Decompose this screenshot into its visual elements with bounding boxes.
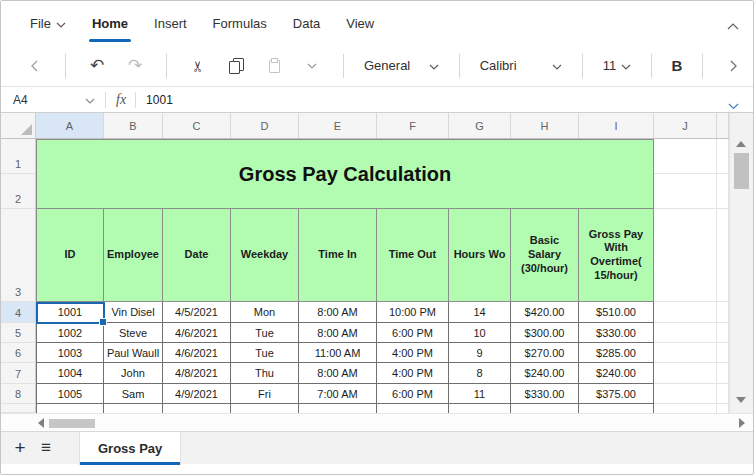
merged-title-cell[interactable]: Gross Pay Calculation [36, 139, 654, 209]
cell-f8[interactable]: 6:00 PM [377, 384, 449, 404]
scroll-down-icon[interactable] [736, 397, 746, 403]
cell-f7[interactable]: 4:00 PM [377, 363, 449, 384]
cell-c4[interactable]: 4/5/2021 [163, 302, 231, 323]
cell-e8[interactable]: 7:00 AM [299, 384, 377, 404]
bold-button[interactable]: B [664, 57, 690, 74]
add-sheet-button[interactable]: + [1, 432, 31, 464]
column-header-d[interactable]: D [231, 113, 299, 138]
paste-icon[interactable] [261, 53, 287, 79]
cell-j2[interactable] [654, 174, 717, 209]
cell-f5[interactable]: 6:00 PM [377, 323, 449, 343]
cell-g8[interactable]: 11 [449, 384, 511, 404]
cell-a7[interactable]: 1004 [36, 363, 104, 384]
horizontal-scrollbar-thumb[interactable] [49, 419, 95, 428]
cell-k4[interactable] [717, 302, 729, 323]
cell-e5[interactable]: 8:00 AM [299, 323, 377, 343]
menu-view[interactable]: View [333, 1, 387, 45]
cell-j9[interactable] [654, 404, 717, 413]
cell-h8[interactable]: $330.00 [511, 384, 579, 404]
cell-k5[interactable] [717, 323, 729, 343]
scroll-right-icon[interactable] [739, 418, 745, 428]
font-size-dropdown[interactable]: 11 [595, 54, 639, 77]
cell-e6[interactable]: 11:00 AM [299, 343, 377, 363]
row-header-7[interactable]: 7 [1, 363, 36, 384]
cell-h4[interactable]: $420.00 [511, 302, 579, 323]
cell-h7[interactable]: $240.00 [511, 363, 579, 384]
table-header-time-out[interactable]: Time Out [377, 209, 449, 302]
cell-j1[interactable] [654, 139, 717, 174]
cell-b4[interactable]: Vin Disel [104, 302, 163, 323]
menu-file[interactable]: File [17, 1, 79, 45]
column-header-f[interactable]: F [377, 113, 449, 138]
row-header-4[interactable]: 4 [1, 302, 36, 323]
ribbon-scroll-left-icon[interactable] [21, 53, 47, 79]
cell-g5[interactable]: 10 [449, 323, 511, 343]
table-header-gross-pay[interactable]: Gross Pay With Overtime( 15/hour) [579, 209, 654, 302]
menu-formulas[interactable]: Formulas [200, 1, 280, 45]
cell-d5[interactable]: Tue [231, 323, 299, 343]
cell-g9[interactable] [449, 404, 511, 413]
cell-i7[interactable]: $240.00 [579, 363, 654, 384]
cell-f4[interactable]: 10:00 PM [377, 302, 449, 323]
cell-a5[interactable]: 1002 [36, 323, 104, 343]
column-header-i[interactable]: I [579, 113, 654, 138]
table-header-basic-salary[interactable]: Basic Salary (30/hour) [511, 209, 579, 302]
cell-e9[interactable] [299, 404, 377, 413]
cell-k9[interactable] [717, 404, 729, 413]
cell-k2[interactable] [717, 174, 729, 209]
table-header-time-in[interactable]: Time In [299, 209, 377, 302]
font-name-dropdown[interactable]: Calibri [472, 54, 570, 77]
formula-input[interactable]: 1001 [146, 93, 173, 107]
scroll-up-icon[interactable] [736, 141, 746, 147]
name-box[interactable]: A4 [1, 87, 105, 112]
row-header-2[interactable]: 2 [1, 174, 36, 209]
menu-insert[interactable]: Insert [141, 1, 200, 45]
sheet-tab-gross-pay[interactable]: Gross Pay [79, 432, 181, 465]
cell-g4[interactable]: 14 [449, 302, 511, 323]
cell-k6[interactable] [717, 343, 729, 363]
column-header-b[interactable]: B [104, 113, 163, 138]
cell-j3[interactable] [654, 209, 717, 302]
cell-d7[interactable]: Thu [231, 363, 299, 384]
row-header-5[interactable]: 5 [1, 323, 36, 343]
ribbon-scroll-right-icon[interactable] [721, 53, 747, 79]
cell-h6[interactable]: $270.00 [511, 343, 579, 363]
cell-j4[interactable] [654, 302, 717, 323]
cell-k3[interactable] [717, 209, 729, 302]
select-all-corner[interactable] [1, 113, 36, 138]
cell-i8[interactable]: $375.00 [579, 384, 654, 404]
cell-k1[interactable] [717, 139, 729, 174]
column-header-e[interactable]: E [299, 113, 377, 138]
table-header-date[interactable]: Date [163, 209, 231, 302]
cell-a6[interactable]: 1003 [36, 343, 104, 363]
collapse-ribbon-icon[interactable] [727, 16, 739, 34]
cell-d8[interactable]: Fri [231, 384, 299, 404]
column-header-a[interactable]: A [36, 113, 104, 138]
fx-icon[interactable]: fx [116, 92, 126, 108]
paste-options-chevron-icon[interactable] [299, 53, 325, 79]
table-header-hours-worked[interactable]: Hours Wo [449, 209, 511, 302]
column-header-c[interactable]: C [163, 113, 231, 138]
cell-e4[interactable]: 8:00 AM [299, 302, 377, 323]
undo-icon[interactable]: ↶ [84, 53, 110, 79]
cell-d9[interactable] [231, 404, 299, 413]
row-header-3[interactable]: 3 [1, 209, 36, 302]
table-header-employee[interactable]: Employee [104, 209, 163, 302]
menu-home[interactable]: Home [79, 1, 141, 45]
cell-j7[interactable] [654, 363, 717, 384]
column-header-g[interactable]: G [449, 113, 511, 138]
cell-i4[interactable]: $510.00 [579, 302, 654, 323]
cell-h5[interactable]: $300.00 [511, 323, 579, 343]
redo-icon[interactable]: ↷ [122, 53, 148, 79]
cell-c8[interactable]: 4/9/2021 [163, 384, 231, 404]
cut-icon[interactable]: ✂ [185, 53, 211, 79]
cell-d4[interactable]: Mon [231, 302, 299, 323]
cell-c6[interactable]: 4/6/2021 [163, 343, 231, 363]
scroll-left-icon[interactable] [38, 418, 44, 428]
cell-b8[interactable]: Sam [104, 384, 163, 404]
cell-b6[interactable]: Paul Waull [104, 343, 163, 363]
cell-k7[interactable] [717, 363, 729, 384]
row-header-8[interactable]: 8 [1, 384, 36, 404]
row-header-6[interactable]: 6 [1, 343, 36, 363]
row-header-1[interactable]: 1 [1, 139, 36, 174]
